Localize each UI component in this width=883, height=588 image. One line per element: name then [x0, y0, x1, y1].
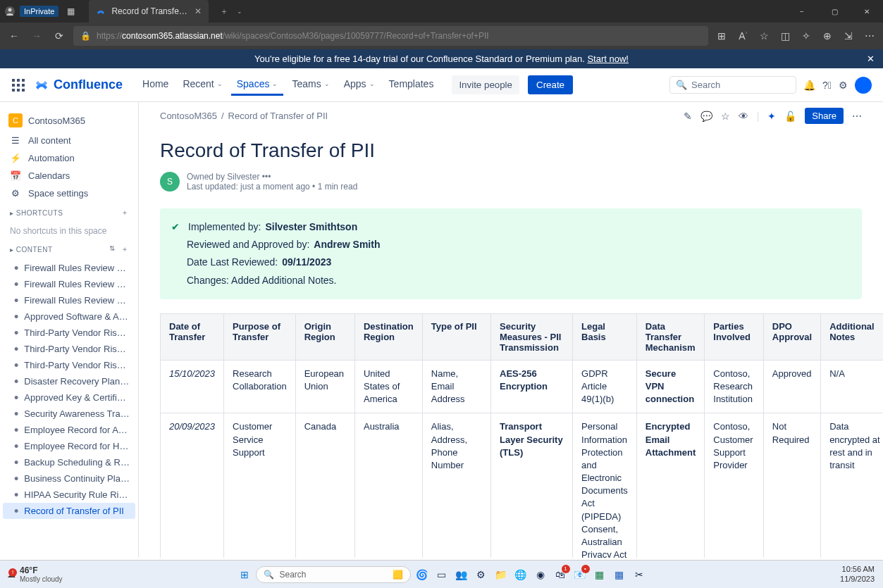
sidebar-item-all-content[interactable]: ☰All content [0, 132, 138, 149]
owner-line: Owned by Silvester [187, 172, 259, 182]
share-button[interactable]: Share [805, 108, 844, 124]
more-actions-icon[interactable]: ⋯ [852, 111, 862, 122]
svg-rect-4 [22, 79, 25, 82]
sidebar-tree-item[interactable]: •Firewall Rules Review 26/09/2023 [0, 260, 138, 276]
nav-link-teams[interactable]: Teams⌄ [286, 74, 335, 96]
close-window-button[interactable]: ✕ [851, 0, 883, 23]
maximize-button[interactable]: ▢ [818, 0, 851, 23]
table-cell: Customer Service Support [224, 413, 296, 558]
table-cell: GDPR Article 49(1)(b) [573, 360, 637, 413]
tab-overflow-icon[interactable]: ⌄ [237, 8, 242, 15]
svg-rect-10 [22, 89, 25, 92]
restrictions-icon[interactable]: 🔓 [784, 111, 796, 122]
table-header: Type of PII [422, 313, 490, 360]
sidebar-tree-item[interactable]: •Approved Key & Certificate Inventory [0, 389, 138, 406]
confluence-logo[interactable]: Confluence [34, 77, 123, 93]
sidebar-tree-item[interactable]: •Approved Software & Applications List [0, 308, 138, 325]
back-button[interactable]: ← [6, 30, 23, 42]
edit-icon[interactable]: ✎ [684, 111, 692, 122]
sidebar-tree-item[interactable]: •Record of Transfer of PII [3, 503, 135, 519]
table-header: Origin Region [295, 313, 354, 360]
browser-menu-icon[interactable]: ⋯ [862, 30, 877, 42]
table-cell: Research Collaboration [224, 360, 296, 413]
table-cell: Data encrypted at rest and in transit [821, 413, 883, 558]
cal-icon: 📅 [10, 170, 21, 181]
workspaces-icon[interactable]: ▦ [67, 6, 75, 16]
nav-link-recent[interactable]: Recent⌄ [177, 74, 228, 96]
sidebar-tree-item[interactable]: •Firewall Rules Review 26/03/2023 [0, 276, 138, 292]
sidebar-tree-item[interactable]: •Employee Record for HIPPA Annual Traini… [0, 438, 138, 454]
sidebar-item-space-settings[interactable]: ⚙Space settings [0, 184, 138, 202]
create-button[interactable]: Create [528, 75, 573, 94]
space-header[interactable]: C ContosoM365 [0, 109, 138, 132]
search-input[interactable]: 🔍 Search [669, 76, 796, 94]
sidebar-tree-item[interactable]: •Disaster Recovery Plan (DRP) [0, 373, 138, 389]
comment-icon[interactable]: 💬 [700, 111, 712, 122]
table-header: Legal Basis [573, 313, 637, 360]
invite-people-button[interactable]: Invite people [452, 75, 519, 94]
sidebar-shortcuts-header[interactable]: ▸ Shortcuts ＋ [0, 202, 138, 223]
sidebar-tree-item[interactable]: •HIPAA Security Rule Risk Analysis [0, 487, 138, 503]
add-shortcut-icon[interactable]: ＋ [121, 208, 129, 218]
sidebar-item-automation[interactable]: ⚡Automation [0, 149, 138, 167]
extensions-icon[interactable]: ⇲ [841, 30, 856, 42]
sidebar-content-header[interactable]: ▸ Content ⇅＋ [0, 239, 138, 260]
help-icon[interactable]: ?⃝ [822, 80, 832, 91]
sidebar-tree-item[interactable]: •Employee Record for Awareness Training [0, 422, 138, 438]
table-cell: Australia [354, 413, 422, 558]
banner-link[interactable]: Start now! [587, 54, 629, 64]
chevron-down-icon: ⌄ [217, 80, 223, 87]
banner-close-icon[interactable]: ✕ [867, 54, 875, 64]
author-avatar[interactable]: S [160, 172, 180, 192]
sidebar-tree-item[interactable]: •Backup Scheduling & Restore Procedure [0, 454, 138, 470]
nav-link-templates[interactable]: Templates [383, 74, 440, 96]
nav-link-apps[interactable]: Apps⌄ [338, 74, 381, 96]
list-icon: ☰ [10, 135, 21, 146]
ai-icon[interactable]: ✦ [767, 111, 776, 122]
byline-more-icon[interactable]: ••• [262, 172, 271, 182]
nav-link-home[interactable]: Home [137, 74, 174, 96]
sidebar-tree-item[interactable]: •Business Continuity Plan (BCP) [0, 470, 138, 487]
app-switcher-icon[interactable] [11, 78, 25, 92]
table-cell: 15/10/2023 [161, 360, 224, 413]
notifications-icon[interactable]: 🔔 [803, 80, 815, 91]
refresh-button[interactable]: ⟳ [51, 30, 68, 42]
watch-icon[interactable]: 👁 [739, 111, 748, 122]
table-cell: Secure VPN connection [636, 360, 705, 413]
browser-tab[interactable]: Record of Transfer of PII - Conto… ✕ [89, 0, 209, 23]
read-aloud-icon[interactable]: A⁾ [735, 30, 751, 42]
favorites-bar-icon[interactable]: ✧ [798, 30, 814, 42]
address-bar[interactable]: 🔒 https://contosom365.atlassian.net/wiki… [73, 26, 708, 46]
sidebar-tree-item[interactable]: •Security Awareness Training [0, 406, 138, 422]
app-available-icon[interactable]: ⊞ [714, 30, 729, 42]
table-cell: Encrypted Email Attachment [636, 413, 705, 558]
sort-icon[interactable]: ⇅ [109, 244, 116, 254]
sidebar-tree-item[interactable]: •Third-Party Vendor Risk Management - 2… [0, 341, 138, 357]
favorite-icon[interactable]: ☆ [756, 30, 772, 42]
star-icon[interactable]: ☆ [721, 111, 730, 122]
profile-avatar[interactable] [855, 77, 872, 94]
confluence-favicon-icon [96, 6, 106, 16]
new-tab-button[interactable]: ＋ [220, 6, 228, 18]
settings-icon[interactable]: ⚙ [839, 80, 848, 91]
collections-icon[interactable]: ⊕ [820, 30, 835, 42]
table-header: Purpose of Transfer [224, 313, 296, 360]
breadcrumb-root[interactable]: ContosoM365 [160, 111, 217, 121]
table-cell: European Union [295, 360, 354, 413]
svg-rect-5 [12, 84, 15, 87]
nav-link-spaces[interactable]: Spaces⌄ [231, 74, 284, 96]
table-header: Additional Notes [821, 313, 883, 360]
forward-button: → [28, 30, 45, 42]
sidebar-tree-item[interactable]: •Firewall Rules Review 26/10/2022 [0, 292, 138, 308]
sidebar-tree-item[interactable]: •Third-Party Vendor Risk Management - 2… [0, 357, 138, 373]
bolt-icon: ⚡ [10, 153, 21, 163]
table-cell: Contoso, Research Institution [705, 360, 764, 413]
minimize-button[interactable]: − [786, 0, 818, 23]
tab-close-icon[interactable]: ✕ [194, 6, 202, 16]
add-content-icon[interactable]: ＋ [121, 244, 129, 254]
sidebar-item-calendars[interactable]: 📅Calendars [0, 167, 138, 184]
sidebar-tree-item[interactable]: •Third-Party Vendor Risk Management - 2… [0, 325, 138, 341]
table-header: Date of Transfer [161, 313, 224, 360]
space-sidebar: C ContosoM365 ☰All content⚡Automation📅Ca… [0, 102, 139, 558]
split-screen-icon[interactable]: ◫ [777, 30, 793, 42]
